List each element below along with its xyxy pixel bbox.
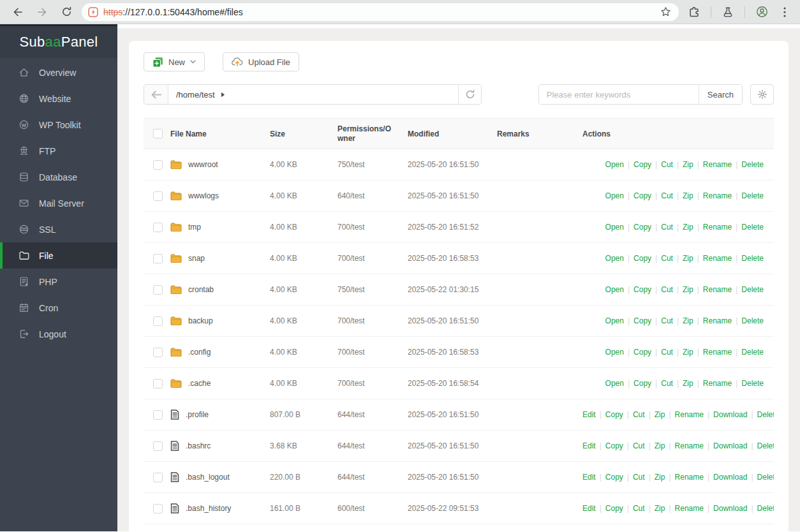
action-cut[interactable]: Cut	[661, 348, 673, 357]
settings-button[interactable]	[750, 84, 774, 105]
action-zip[interactable]: Zip	[683, 348, 693, 357]
action-edit[interactable]: Edit	[582, 410, 596, 419]
action-delete[interactable]: Delete	[741, 348, 764, 357]
file-name[interactable]: .profile	[186, 410, 209, 419]
action-edit[interactable]: Edit	[582, 504, 596, 513]
action-rename[interactable]: Rename	[703, 223, 732, 232]
action-delete[interactable]: Delete	[741, 316, 764, 325]
action-rename[interactable]: Rename	[675, 473, 704, 482]
action-zip[interactable]: Zip	[655, 410, 665, 419]
sidebar-item-logout[interactable]: Logout	[0, 321, 117, 347]
row-checkbox[interactable]	[153, 441, 163, 451]
action-delete[interactable]: Delete	[741, 379, 764, 388]
action-cut[interactable]: Cut	[633, 441, 645, 450]
sidebar-item-php[interactable]: PHP	[0, 269, 117, 295]
labs-flask-button[interactable]	[719, 3, 737, 21]
sidebar-item-cron[interactable]: Cron	[0, 295, 117, 321]
action-open[interactable]: Open	[605, 348, 624, 357]
row-checkbox[interactable]	[153, 254, 163, 263]
action-cut[interactable]: Cut	[661, 285, 673, 294]
action-delete[interactable]: Delete	[741, 160, 764, 169]
row-checkbox[interactable]	[153, 160, 163, 170]
action-open[interactable]: Open	[605, 223, 624, 232]
file-name[interactable]: .bash_history	[186, 504, 231, 513]
action-open[interactable]: Open	[605, 160, 624, 169]
action-copy[interactable]: Copy	[633, 191, 651, 200]
action-cut[interactable]: Cut	[633, 504, 645, 513]
browser-forward-button[interactable]	[33, 3, 51, 21]
action-rename[interactable]: Rename	[703, 191, 732, 200]
action-download[interactable]: Download	[713, 504, 747, 513]
action-cut[interactable]: Cut	[661, 316, 673, 325]
action-cut[interactable]: Cut	[661, 160, 673, 169]
file-name[interactable]: backup	[188, 316, 213, 325]
action-copy[interactable]: Copy	[605, 410, 623, 419]
sidebar-item-overview[interactable]: Overview	[0, 59, 117, 85]
address-bar[interactable]: https://127.0.0.1:50443/home#/files	[82, 3, 679, 21]
sidebar-item-database[interactable]: Database	[0, 164, 117, 190]
row-checkbox[interactable]	[153, 223, 163, 232]
action-open[interactable]: Open	[605, 285, 624, 294]
action-open[interactable]: Open	[605, 191, 624, 200]
action-delete[interactable]: Delete	[757, 473, 774, 482]
row-checkbox[interactable]	[153, 316, 163, 326]
row-checkbox[interactable]	[153, 410, 163, 420]
browser-menu-button[interactable]	[776, 3, 794, 21]
path-input[interactable]: /home/test	[168, 85, 458, 104]
action-open[interactable]: Open	[605, 379, 624, 388]
browser-reload-button[interactable]	[57, 3, 75, 21]
action-rename[interactable]: Rename	[675, 410, 704, 419]
action-cut[interactable]: Cut	[661, 191, 673, 200]
action-rename[interactable]: Rename	[703, 254, 732, 263]
action-copy[interactable]: Copy	[633, 348, 651, 357]
action-delete[interactable]: Delete	[757, 410, 774, 419]
action-copy[interactable]: Copy	[633, 316, 651, 325]
action-delete[interactable]: Delete	[741, 223, 764, 232]
action-delete[interactable]: Delete	[741, 191, 764, 200]
action-copy[interactable]: Copy	[605, 504, 623, 513]
action-cut[interactable]: Cut	[661, 223, 673, 232]
browser-back-button[interactable]	[9, 3, 27, 21]
action-copy[interactable]: Copy	[633, 160, 651, 169]
action-zip[interactable]: Zip	[683, 316, 693, 325]
action-edit[interactable]: Edit	[582, 473, 596, 482]
sidebar-item-ftp[interactable]: FTP	[0, 138, 117, 164]
action-copy[interactable]: Copy	[605, 473, 623, 482]
action-delete[interactable]: Delete	[757, 504, 774, 513]
action-zip[interactable]: Zip	[683, 160, 693, 169]
action-download[interactable]: Download	[713, 410, 747, 419]
action-download[interactable]: Download	[713, 441, 747, 450]
row-checkbox[interactable]	[153, 348, 163, 357]
action-zip[interactable]: Zip	[683, 379, 693, 388]
action-copy[interactable]: Copy	[633, 285, 651, 294]
profile-avatar-button[interactable]	[753, 3, 771, 21]
action-cut[interactable]: Cut	[661, 254, 673, 263]
file-name[interactable]: tmp	[188, 223, 201, 232]
action-copy[interactable]: Copy	[633, 379, 651, 388]
upload-file-button[interactable]: Upload File	[223, 52, 299, 71]
action-copy[interactable]: Copy	[633, 223, 651, 232]
action-rename[interactable]: Rename	[703, 285, 732, 294]
search-button[interactable]: Search	[699, 85, 742, 104]
extensions-button[interactable]	[685, 3, 703, 21]
action-rename[interactable]: Rename	[675, 441, 704, 450]
row-checkbox[interactable]	[153, 285, 163, 295]
file-name[interactable]: crontab	[188, 285, 214, 294]
action-zip[interactable]: Zip	[683, 191, 693, 200]
file-name[interactable]: .cache	[188, 379, 211, 388]
search-input[interactable]	[539, 85, 699, 104]
sidebar-item-wp-toolkit[interactable]: WP Toolkit	[0, 112, 117, 138]
action-copy[interactable]: Copy	[605, 441, 623, 450]
action-delete[interactable]: Delete	[757, 441, 774, 450]
file-name[interactable]: wwwlogs	[188, 191, 219, 200]
bookmark-star-icon[interactable]	[660, 6, 671, 17]
sidebar-item-website[interactable]: Website	[0, 85, 117, 112]
file-name[interactable]: snap	[188, 254, 205, 263]
not-secure-icon[interactable]	[88, 7, 98, 17]
file-name[interactable]: .bash_logout	[186, 473, 230, 482]
file-name[interactable]: wwwroot	[188, 160, 218, 169]
action-rename[interactable]: Rename	[675, 504, 704, 513]
action-rename[interactable]: Rename	[703, 316, 732, 325]
action-edit[interactable]: Edit	[582, 441, 596, 450]
action-copy[interactable]: Copy	[633, 254, 651, 263]
